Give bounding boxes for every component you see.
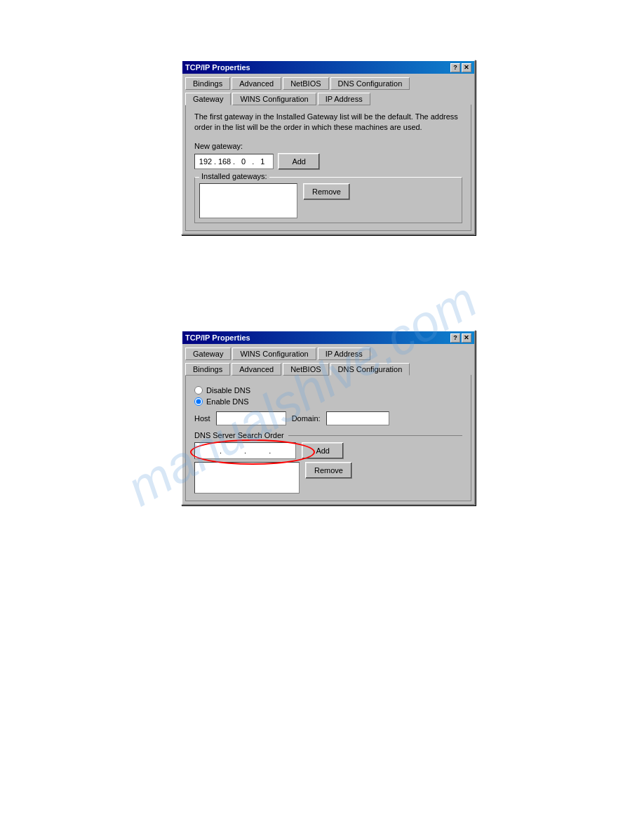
domain-input[interactable] bbox=[326, 411, 389, 425]
host-domain-row: Host Domain: bbox=[194, 411, 462, 425]
add-gateway-button[interactable]: Add bbox=[278, 153, 320, 170]
dialog-1-content: The first gateway in the Installed Gatew… bbox=[185, 105, 471, 231]
dns-ip-field[interactable]: . . . bbox=[194, 442, 296, 459]
dialog-1: TCP/IP Properties ? ✕ Bindings Advanced … bbox=[181, 60, 476, 235]
dns-add-row: . . . Add bbox=[194, 442, 462, 459]
tab-advanced-1[interactable]: Advanced bbox=[232, 77, 281, 90]
ip-octet-2[interactable] bbox=[217, 157, 232, 166]
dns-ip-octet-3[interactable] bbox=[247, 446, 268, 455]
tab-netbios-1[interactable]: NetBIOS bbox=[283, 77, 328, 90]
new-gateway-input-group: . . . Add bbox=[194, 153, 462, 170]
close-button-2[interactable]: ✕ bbox=[462, 333, 471, 343]
tab-row-2-top: Gateway WINS Configuration IP Address bbox=[182, 344, 474, 359]
dns-search-label: DNS Server Search Order bbox=[194, 431, 284, 439]
title-bar-buttons-2: ? ✕ bbox=[450, 333, 471, 343]
ip-field-group[interactable]: . . . bbox=[194, 154, 274, 169]
installed-gateways-label: Installed gateways: bbox=[199, 172, 269, 180]
dialog-1-title: TCP/IP Properties bbox=[185, 63, 250, 72]
tab-dns-config-2[interactable]: DNS Configuration bbox=[330, 363, 410, 376]
help-button-2[interactable]: ? bbox=[450, 333, 460, 343]
remove-dns-button[interactable]: Remove bbox=[305, 462, 352, 479]
new-gateway-label: New gateway: bbox=[194, 142, 462, 150]
gateways-listbox[interactable] bbox=[199, 183, 297, 218]
tab-wins-1[interactable]: WINS Configuration bbox=[232, 93, 316, 105]
disable-dns-radio[interactable] bbox=[194, 386, 203, 395]
tab-dns-config-1[interactable]: DNS Configuration bbox=[330, 77, 410, 90]
dns-ip-octet-2[interactable] bbox=[222, 446, 243, 455]
dns-ip-octet-4[interactable] bbox=[271, 446, 293, 455]
disable-dns-radio-item: Disable DNS bbox=[194, 386, 462, 395]
host-label: Host bbox=[194, 414, 210, 423]
tab-row-1-bottom: Gateway WINS Configuration IP Address bbox=[182, 89, 474, 105]
gateways-list-area: Remove bbox=[199, 183, 457, 218]
tab-bindings-2[interactable]: Bindings bbox=[185, 363, 230, 376]
dns-listbox[interactable] bbox=[194, 462, 300, 494]
tab-advanced-2[interactable]: Advanced bbox=[232, 363, 281, 376]
title-bar-buttons-1: ? ✕ bbox=[450, 63, 471, 72]
help-button-1[interactable]: ? bbox=[450, 63, 460, 72]
ip-octet-1[interactable] bbox=[198, 157, 213, 166]
domain-label: Domain: bbox=[292, 414, 321, 423]
add-dns-button[interactable]: Add bbox=[302, 442, 344, 459]
ip-octet-3[interactable] bbox=[236, 157, 251, 166]
disable-dns-label: Disable DNS bbox=[206, 386, 250, 395]
tab-wins-2[interactable]: WINS Configuration bbox=[232, 348, 316, 360]
ip-octet-4[interactable] bbox=[255, 157, 270, 166]
tab-ipaddress-2[interactable]: IP Address bbox=[318, 348, 370, 360]
enable-dns-label: Enable DNS bbox=[206, 397, 249, 406]
enable-dns-radio[interactable] bbox=[194, 397, 203, 406]
close-button-1[interactable]: ✕ bbox=[462, 63, 471, 72]
tab-row-1-top: Bindings Advanced NetBIOS DNS Configurat… bbox=[182, 74, 474, 89]
dialog-2-content: Disable DNS Enable DNS Host Domain: DNS … bbox=[185, 375, 471, 501]
tab-ipaddress-1[interactable]: IP Address bbox=[318, 93, 370, 105]
host-input[interactable] bbox=[216, 411, 286, 425]
dns-ip-container: . . . bbox=[194, 442, 296, 459]
dialog-2: TCP/IP Properties ? ✕ Gateway WINS Confi… bbox=[181, 330, 476, 505]
installed-gateways-group: Installed gateways: Remove bbox=[194, 177, 462, 223]
dns-radio-group: Disable DNS Enable DNS bbox=[194, 386, 462, 406]
dns-search-section: DNS Server Search Order . . . bbox=[194, 431, 462, 494]
dns-list-row: Remove bbox=[194, 462, 462, 494]
title-bar-2: TCP/IP Properties ? ✕ bbox=[182, 331, 474, 344]
tab-gateway-1[interactable]: Gateway bbox=[185, 93, 231, 105]
tab-bindings-1[interactable]: Bindings bbox=[185, 77, 230, 90]
tab-netbios-2[interactable]: NetBIOS bbox=[283, 363, 328, 376]
dialog-2-title: TCP/IP Properties bbox=[185, 333, 250, 342]
tab-row-2-bottom: Bindings Advanced NetBIOS DNS Configurat… bbox=[182, 359, 474, 375]
title-bar-1: TCP/IP Properties ? ✕ bbox=[182, 61, 474, 74]
tab-gateway-2[interactable]: Gateway bbox=[185, 348, 231, 360]
enable-dns-radio-item: Enable DNS bbox=[194, 397, 462, 406]
gateway-description: The first gateway in the Installed Gatew… bbox=[194, 112, 462, 133]
remove-gateway-button[interactable]: Remove bbox=[303, 183, 350, 200]
dns-ip-octet-1[interactable] bbox=[198, 446, 219, 455]
